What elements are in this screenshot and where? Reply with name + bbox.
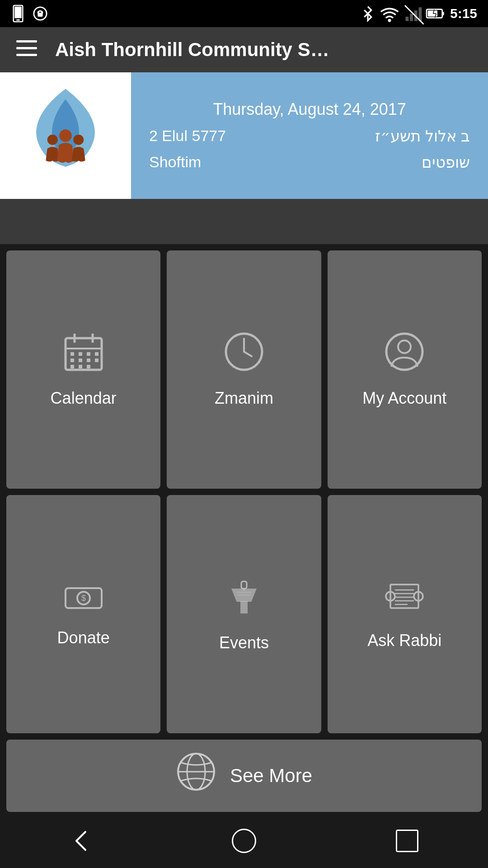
zmanim-label: Zmanim (215, 389, 273, 408)
battery-icon (427, 7, 445, 20)
svg-point-23 (73, 135, 84, 145)
status-bar: 5:15 (0, 0, 488, 27)
svg-rect-33 (79, 359, 82, 362)
svg-rect-2 (16, 19, 20, 21)
grid-item-events[interactable]: Events (167, 495, 321, 733)
svg-point-43 (398, 340, 411, 353)
grid-item-ask-rabbi[interactable]: Ask Rabbi (328, 495, 482, 733)
hebrew-date: ב אלול תשע״ז (375, 127, 470, 145)
grid-item-zmanim[interactable]: Zmanim (167, 250, 321, 489)
app-logo (14, 84, 117, 188)
svg-rect-34 (87, 359, 90, 362)
events-label: Events (219, 633, 269, 652)
date-box: Thursday, August 24, 2017 2 Elul 5777 ב … (131, 72, 488, 199)
see-more-button[interactable]: See More (6, 740, 482, 812)
svg-rect-37 (79, 365, 82, 368)
svg-rect-1 (14, 7, 21, 19)
svg-rect-35 (95, 359, 99, 362)
svg-rect-38 (87, 365, 90, 368)
svg-rect-13 (442, 12, 444, 15)
signal-icon (405, 5, 421, 22)
date-hebrew-row: 2 Elul 5777 ב אלול תשע״ז (149, 127, 470, 145)
my-account-label: My Account (362, 389, 446, 408)
svg-rect-32 (70, 359, 74, 362)
svg-rect-7 (405, 17, 408, 21)
donate-icon: $ (63, 581, 104, 618)
see-more-label: See More (230, 765, 312, 787)
ask-rabbi-label: Ask Rabbi (367, 631, 441, 650)
parsha-hebrew: שופטים (422, 153, 470, 171)
logo-box (0, 72, 131, 199)
svg-point-21 (47, 135, 58, 145)
status-bar-left (11, 5, 48, 22)
svg-rect-28 (70, 352, 74, 356)
date-main: Thursday, August 24, 2017 (149, 100, 470, 119)
android-icon (33, 6, 48, 21)
svg-rect-19 (16, 47, 37, 49)
top-bar: Aish Thornhill Community S… (0, 27, 488, 72)
parsha-name: Shoftim (149, 153, 201, 171)
svg-rect-48 (241, 581, 247, 589)
svg-rect-31 (95, 352, 99, 356)
home-circle (232, 829, 256, 853)
bluetooth-icon (361, 5, 374, 22)
time-display: 5:15 (450, 6, 477, 21)
hamburger-menu[interactable] (16, 40, 37, 59)
donate-label: Donate (57, 628, 110, 647)
calendar-icon (63, 331, 104, 378)
hero-section: Thursday, August 24, 2017 2 Elul 5777 ב … (0, 72, 488, 199)
gregorian-date: 2 Elul 5777 (149, 127, 226, 145)
status-bar-right: 5:15 (361, 5, 477, 22)
svg-rect-30 (87, 352, 90, 356)
app-title: Aish Thornhill Community S… (55, 39, 329, 61)
grid-item-my-account[interactable]: My Account (328, 250, 482, 489)
grid-item-donate[interactable]: $ Donate (6, 495, 160, 733)
podium-icon (226, 576, 262, 623)
svg-rect-36 (70, 365, 74, 368)
svg-line-41 (244, 352, 252, 356)
svg-rect-18 (16, 40, 37, 42)
grid-item-calendar[interactable]: Calendar (6, 250, 160, 489)
recents-button[interactable] (378, 825, 436, 861)
globe-icon (176, 751, 216, 801)
parsha-row: Shoftim שופטים (149, 153, 470, 171)
clock-icon (224, 331, 264, 378)
back-button[interactable] (52, 825, 110, 861)
svg-rect-29 (79, 352, 82, 356)
svg-text:$: $ (81, 594, 86, 603)
bottom-nav (0, 818, 488, 868)
home-button[interactable] (214, 824, 274, 862)
svg-point-6 (388, 19, 391, 22)
person-icon (384, 331, 425, 378)
banner-strip (0, 199, 488, 244)
svg-rect-47 (240, 601, 248, 613)
wifi-icon (380, 5, 399, 22)
svg-rect-8 (410, 14, 413, 21)
calendar-label: Calendar (51, 389, 117, 408)
phone-icon (11, 5, 25, 22)
svg-rect-20 (16, 54, 37, 56)
scroll-icon (384, 578, 425, 620)
svg-point-22 (59, 129, 72, 142)
recents-square (396, 830, 418, 852)
main-grid: Calendar Zmanim My Account (0, 244, 488, 740)
